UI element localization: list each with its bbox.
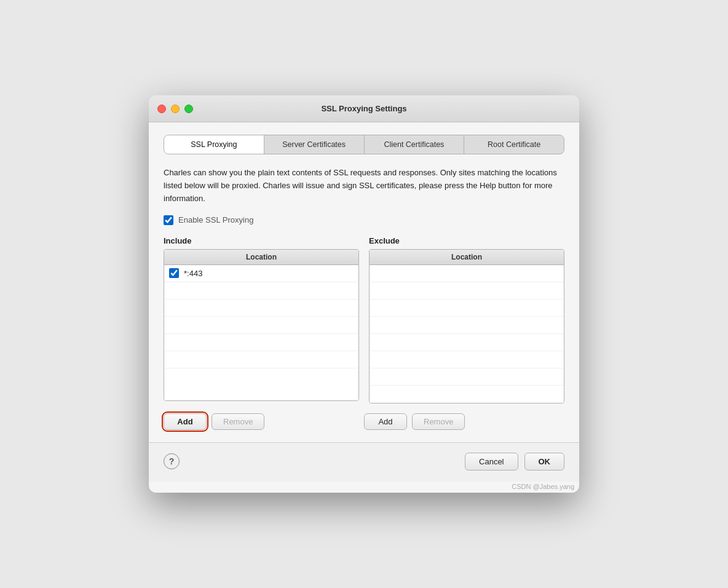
titlebar: SSL Proxying Settings xyxy=(149,95,579,122)
exclude-column-header: Location xyxy=(370,250,564,265)
include-buttons: Add Remove xyxy=(164,413,364,430)
main-content: SSL Proxying Server Certificates Client … xyxy=(149,122,579,442)
include-remove-button[interactable]: Remove xyxy=(212,413,264,430)
exclude-title: Exclude xyxy=(369,236,564,245)
include-row-checkbox[interactable] xyxy=(169,268,179,278)
empty-row xyxy=(370,265,564,282)
window-title: SSL Proxying Settings xyxy=(321,104,406,113)
cancel-button[interactable]: Cancel xyxy=(465,453,518,471)
tab-client-certificates[interactable]: Client Certificates xyxy=(365,135,465,154)
enable-ssl-proxying-checkbox[interactable] xyxy=(164,215,173,225)
exclude-table: Location xyxy=(369,249,564,403)
empty-row xyxy=(370,334,564,351)
description-text: Charles can show you the plain text cont… xyxy=(164,167,564,205)
minimize-button[interactable] xyxy=(171,105,180,113)
empty-row xyxy=(164,351,358,368)
empty-row xyxy=(370,351,564,368)
tables-area: Include Location *:443 xyxy=(164,236,564,403)
empty-row xyxy=(370,317,564,334)
traffic-lights xyxy=(157,105,193,113)
exclude-section: Exclude Location xyxy=(369,236,564,403)
tab-ssl-proxying[interactable]: SSL Proxying xyxy=(164,135,264,154)
empty-row xyxy=(370,282,564,300)
empty-row xyxy=(370,386,564,403)
buttons-row: Add Remove Add Remove xyxy=(164,413,564,430)
tab-bar: SSL Proxying Server Certificates Client … xyxy=(164,135,564,154)
enable-ssl-proxying-row: Enable SSL Proxying xyxy=(164,215,564,225)
include-column-header: Location xyxy=(164,250,358,265)
watermark-text: CSDN @Jabes.yang xyxy=(149,482,579,493)
include-add-button[interactable]: Add xyxy=(164,413,207,430)
include-table: Location *:443 xyxy=(164,249,359,401)
include-table-body: *:443 xyxy=(164,265,358,400)
table-row: *:443 xyxy=(164,265,358,282)
exclude-remove-button[interactable]: Remove xyxy=(412,413,465,430)
ssl-proxying-settings-window: SSL Proxying Settings SSL Proxying Serve… xyxy=(149,95,579,492)
exclude-add-button[interactable]: Add xyxy=(364,413,407,430)
include-row-location: *:443 xyxy=(184,269,202,278)
include-title: Include xyxy=(164,236,359,245)
include-section: Include Location *:443 xyxy=(164,236,359,403)
close-button[interactable] xyxy=(157,105,166,113)
empty-row xyxy=(164,334,358,351)
empty-row xyxy=(370,368,564,386)
ok-button[interactable]: OK xyxy=(524,453,565,471)
empty-row xyxy=(164,368,358,386)
empty-row xyxy=(370,300,564,317)
bottom-actions: Cancel OK xyxy=(465,453,564,471)
bottom-bar: ? Cancel OK xyxy=(149,442,579,482)
empty-row xyxy=(164,282,358,300)
exclude-table-body xyxy=(370,265,564,403)
tab-root-certificate[interactable]: Root Certificate xyxy=(464,135,564,154)
tab-server-certificates[interactable]: Server Certificates xyxy=(264,135,365,154)
exclude-buttons: Add Remove xyxy=(364,413,564,430)
enable-ssl-proxying-label: Enable SSL Proxying xyxy=(178,215,253,224)
help-button[interactable]: ? xyxy=(164,453,180,469)
empty-row xyxy=(164,300,358,317)
maximize-button[interactable] xyxy=(184,105,193,113)
empty-row xyxy=(164,317,358,334)
